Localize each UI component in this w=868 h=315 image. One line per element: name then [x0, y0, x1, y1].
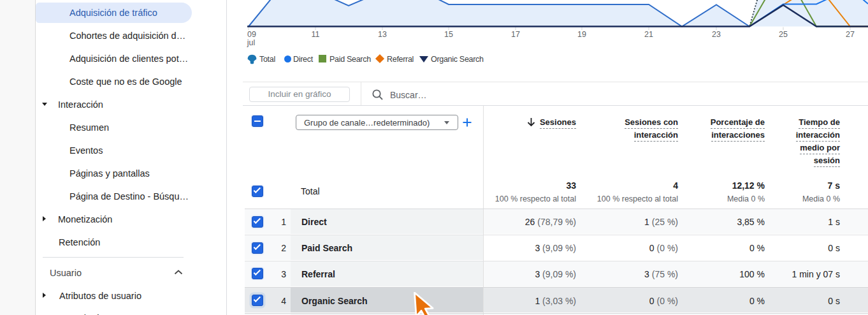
svg-text:jul: jul [247, 38, 256, 47]
svg-text:27: 27 [846, 30, 855, 39]
svg-text:19: 19 [577, 30, 586, 39]
svg-text:21: 21 [644, 30, 653, 39]
svg-text:25: 25 [779, 30, 788, 39]
svg-text:23: 23 [712, 30, 721, 39]
svg-text:15: 15 [444, 30, 453, 39]
svg-text:17: 17 [511, 30, 520, 39]
svg-text:11: 11 [312, 30, 320, 39]
svg-text:13: 13 [378, 30, 387, 39]
